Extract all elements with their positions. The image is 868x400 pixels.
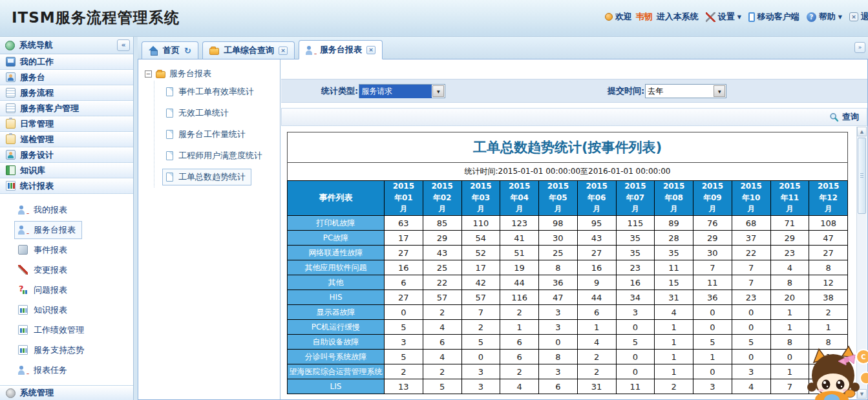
value-cell: 8 [809, 335, 848, 350]
submit-time-select[interactable]: 去年 ▼ [645, 84, 726, 98]
tab-close-icon[interactable]: × [366, 46, 376, 54]
event-label: PC机运行缓慢 [288, 320, 385, 335]
table-row: 网络联通性故障274352512527353530222327 [288, 246, 848, 260]
tab-0[interactable]: 首页↻ [142, 41, 198, 59]
value-cell: 0 [385, 305, 423, 320]
tab-overflow-button[interactable]: » [854, 42, 865, 53]
tab-label: 首页 [163, 45, 180, 56]
mobile-client-link[interactable]: 移动客户端 [748, 11, 799, 23]
sidebar-item-6[interactable]: 服务设计 [0, 147, 133, 163]
username-link[interactable]: 韦韧 [636, 11, 653, 23]
scroll-down-icon[interactable]: ▼ [857, 389, 867, 399]
trend-table: 事件列表 2015 年01 月2015 年02 月2015 年03 月2015 … [287, 180, 848, 394]
userchart-icon [18, 365, 28, 375]
chevron-down-icon: ▼ [737, 14, 741, 20]
value-cell: 71 [770, 216, 809, 231]
submenu-item-label: 报表任务 [34, 364, 67, 376]
tabs: 首页↻工单综合查询×服务台报表× [142, 40, 386, 59]
sidebar-item-5[interactable]: 巡检管理 [0, 132, 133, 147]
tab-1[interactable]: 工单综合查询× [202, 41, 295, 59]
value-cell: 63 [385, 216, 423, 231]
tree-root[interactable]: − 服务台报表 [145, 68, 280, 79]
sidebar-item-label: 巡检管理 [20, 134, 54, 145]
tree-item-0[interactable]: 事件工单有效率统计 [154, 81, 280, 102]
tree-item-1[interactable]: 无效工单统计 [154, 102, 280, 123]
submenu-item-box: 事件报表 [14, 241, 74, 259]
sidebar-item-2[interactable]: 服务流程 [0, 85, 133, 101]
submenu-item-5[interactable]: 知识报表 [0, 300, 133, 320]
welcome-prefix: 欢迎 [615, 11, 632, 23]
value-cell: 3 [461, 364, 500, 379]
value-cell: 3 [539, 364, 578, 379]
sidebar-collapse-button[interactable]: « [117, 39, 130, 51]
submenu-item-2[interactable]: 事件报表 [0, 240, 133, 260]
value-cell: 2 [423, 305, 461, 320]
tab-close-icon[interactable]: × [279, 47, 288, 55]
tree-item-4[interactable]: 工单总数趋势统计 [154, 166, 280, 187]
submenu-item-8[interactable]: 报表任务 [0, 360, 133, 380]
value-cell: 2 [461, 320, 500, 335]
sidebar-item-8[interactable]: 统计报表 [0, 178, 133, 194]
value-cell: 0 [616, 350, 655, 364]
value-cell: 6 [423, 335, 461, 350]
value-cell: 0 [770, 350, 809, 364]
submit-time-value: 去年 [646, 85, 713, 98]
sidebar-item-1[interactable]: 服务台 [0, 70, 133, 85]
filter-panel: 统计类型: 服务请求 ▼ 提交时间: 去年 ▼ [281, 79, 867, 103]
value-cell: 27 [809, 246, 848, 260]
event-label: 其他 [288, 275, 385, 290]
table-row: 其他62242443691615117812 [288, 275, 848, 290]
value-cell: 17 [461, 260, 500, 275]
dropdown-arrow-icon[interactable]: ▼ [714, 85, 725, 97]
report-region: 统计类型: 服务请求 ▼ 提交时间: 去年 ▼ 查询 [281, 59, 867, 399]
value-cell: 0 [693, 305, 732, 320]
help-menu[interactable]: ? 帮助 ▼ [807, 11, 842, 23]
tree-item-2[interactable]: 服务台工作量统计 [154, 123, 280, 145]
sidebar-item-4[interactable]: 日常管理 [0, 116, 133, 132]
submenu-item-4[interactable]: 问题报表 [0, 280, 133, 300]
submenu-item-box: 报表任务 [14, 361, 74, 379]
submenu-item-1[interactable]: 服务台报表 [0, 220, 133, 240]
month-header: 2015 年01 月 [385, 181, 423, 216]
collapse-expander-icon[interactable]: − [145, 70, 152, 78]
scroll-up-icon[interactable]: ▲ [857, 127, 867, 136]
submenu-item-7[interactable]: 服务支持态势 [0, 340, 133, 360]
tab-2[interactable]: 服务台报表× [299, 40, 383, 59]
value-cell: 98 [539, 216, 578, 231]
main-area: 首页↻工单综合查询×服务台报表× » − 服务台报表 事件工单有效率统计无效工单… [138, 37, 868, 400]
month-header: 2015 年07 月 [616, 181, 655, 216]
value-cell: 47 [539, 290, 578, 305]
sidebar-item-7[interactable]: 知识库 [0, 163, 133, 178]
value-cell: 115 [616, 216, 655, 231]
value-cell: 27 [385, 246, 423, 260]
value-cell: 1 [770, 305, 809, 320]
scrollbar-thumb[interactable] [858, 138, 866, 214]
report-subtitle: 统计时间:2015-01-01 00:00:00至2016-01-01 00:0… [288, 163, 847, 180]
stat-type-select[interactable]: 服务请求 ▼ [359, 84, 445, 98]
tree-item-3[interactable]: 工程师用户满意度统计 [154, 145, 280, 166]
settings-menu[interactable]: 设置 ▼ [706, 11, 741, 23]
user-icon [6, 72, 16, 82]
submenu-item-3[interactable]: 变更报表 [0, 260, 133, 280]
value-cell: 13 [385, 379, 423, 394]
submenu-item-0[interactable]: 我的报表 [0, 200, 133, 220]
value-cell: 8 [770, 275, 809, 290]
search-label: 查询 [842, 111, 859, 123]
event-label: 望海医院综合运营管理系统 [288, 364, 385, 379]
dropdown-arrow-icon[interactable]: ▼ [432, 85, 444, 97]
value-cell: 116 [500, 290, 539, 305]
sidebar-item-3[interactable]: 服务商客户管理 [0, 101, 133, 116]
search-button[interactable]: 查询 [829, 111, 859, 123]
sidebar-item-0[interactable]: 我的工作 [0, 54, 133, 70]
refresh-icon[interactable]: ↻ [184, 47, 191, 55]
value-cell: 11 [655, 260, 693, 275]
report-tree-panel: − 服务台报表 事件工单有效率统计无效工单统计服务台工作量统计工程师用户满意度统… [138, 59, 281, 399]
submenu-item-6[interactable]: 工作绩效管理 [0, 320, 133, 340]
table-row: 显示器故障027236340012 [288, 305, 848, 320]
vertical-scrollbar[interactable]: ▲ ▼ [856, 127, 867, 399]
value-cell: 31 [577, 379, 616, 394]
value-cell: 47 [809, 231, 848, 246]
sidebar-item-system-management[interactable]: 系统管理 [0, 385, 133, 400]
exit-button[interactable]: × 退出 [849, 11, 868, 23]
help-label: 帮助 [819, 11, 836, 23]
